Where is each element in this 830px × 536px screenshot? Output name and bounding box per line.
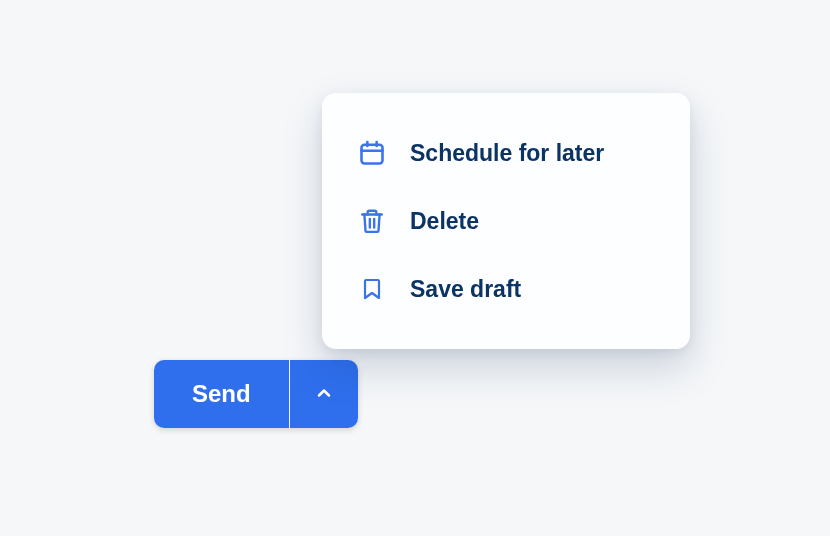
trash-icon (358, 207, 386, 235)
menu-item-schedule[interactable]: Schedule for later (322, 119, 690, 187)
bookmark-icon (358, 275, 386, 303)
send-split-button: Send (154, 360, 358, 428)
menu-item-label: Delete (410, 208, 479, 235)
chevron-up-icon (314, 383, 334, 406)
menu-item-delete[interactable]: Delete (322, 187, 690, 255)
menu-item-label: Save draft (410, 276, 521, 303)
send-button[interactable]: Send (154, 360, 289, 428)
menu-item-save-draft[interactable]: Save draft (322, 255, 690, 323)
send-options-menu: Schedule for later Delete Save draft (322, 93, 690, 349)
svg-rect-0 (362, 145, 383, 164)
menu-item-label: Schedule for later (410, 140, 604, 167)
send-options-toggle[interactable] (290, 360, 358, 428)
send-button-label: Send (192, 380, 251, 408)
calendar-icon (358, 139, 386, 167)
